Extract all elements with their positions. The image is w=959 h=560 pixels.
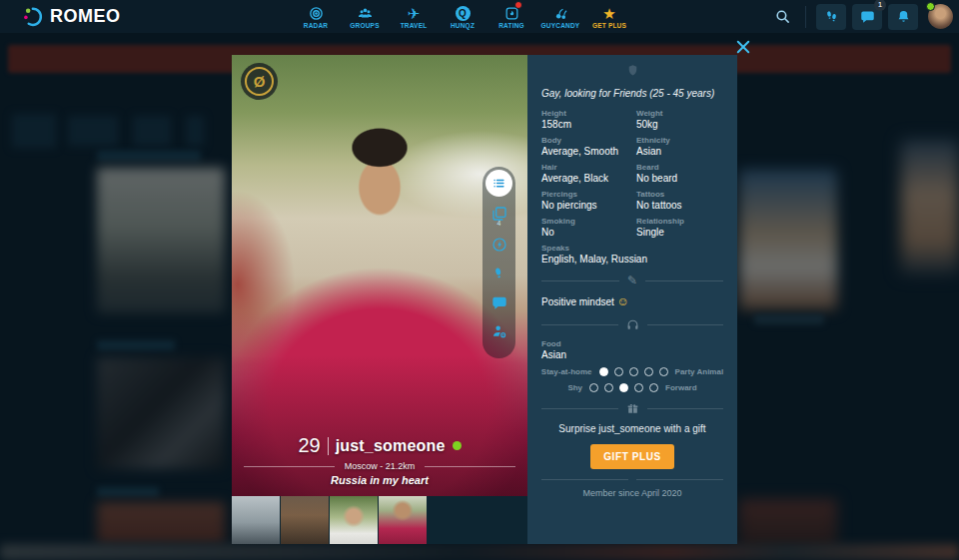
hidden-photo-badge: Ø bbox=[241, 63, 278, 100]
notifications-button[interactable] bbox=[888, 4, 918, 30]
chat-bubble-icon bbox=[491, 294, 507, 310]
chat-button[interactable] bbox=[489, 292, 509, 312]
brand-name: ROMEO bbox=[50, 6, 121, 27]
about-section-divider: ✎ bbox=[541, 275, 723, 286]
gift-prompt: Surprise just_someone with a gift bbox=[541, 423, 723, 434]
scale-dot[interactable] bbox=[649, 383, 658, 392]
footprints-button[interactable] bbox=[816, 4, 846, 30]
search-icon bbox=[774, 8, 791, 25]
attribute-piercings: Piercings No piercings bbox=[541, 190, 628, 211]
scale-dot[interactable] bbox=[644, 367, 653, 376]
close-icon bbox=[734, 38, 752, 56]
user-avatar[interactable] bbox=[928, 4, 953, 29]
scale-dot[interactable] bbox=[604, 383, 613, 392]
photo-thumbnail-1[interactable] bbox=[232, 496, 280, 544]
no-photo-icon: Ø bbox=[245, 67, 274, 96]
gift-icon bbox=[626, 402, 639, 415]
attribute-hair: Hair Average, Black bbox=[541, 163, 628, 184]
bell-icon bbox=[896, 9, 911, 24]
attribute-tattoos: Tattoos No tattoos bbox=[636, 190, 723, 211]
member-divider bbox=[541, 479, 723, 480]
scale-dots[interactable] bbox=[589, 383, 658, 392]
travel-plane-icon: ✈ bbox=[408, 4, 421, 21]
flash-icon bbox=[491, 237, 507, 253]
scale-dot[interactable] bbox=[589, 383, 598, 392]
messages-count-badge: 1 bbox=[874, 0, 886, 11]
guycandy-cherries-icon bbox=[553, 4, 568, 21]
member-since: Member since April 2020 bbox=[541, 488, 723, 498]
attribute-relationship: Relationship Single bbox=[636, 217, 723, 238]
groups-icon bbox=[358, 4, 373, 21]
footprint-button[interactable] bbox=[489, 264, 509, 283]
scale-stay-at-home: Stay-at-home Party Animal bbox=[541, 367, 723, 376]
app-window: ROMEO RADAR bbox=[0, 0, 959, 560]
nav-get-plus[interactable]: ★ GET PLUS bbox=[589, 4, 629, 29]
about-text: Positive mindset ☺ bbox=[541, 294, 723, 308]
divider bbox=[244, 466, 335, 467]
photo-thumbnail-2[interactable] bbox=[281, 496, 329, 544]
scale-dot[interactable] bbox=[599, 367, 608, 376]
details-tab-button[interactable] bbox=[485, 170, 512, 197]
lifestyle-section-divider bbox=[541, 318, 723, 331]
plus-star-icon: ★ bbox=[602, 4, 615, 21]
attribute-ethnicity: Ethnicity Asian bbox=[636, 136, 723, 157]
nav-travel[interactable]: ✈ TRAVEL bbox=[394, 4, 434, 29]
divider bbox=[425, 466, 515, 467]
scale-dot[interactable] bbox=[659, 367, 668, 376]
scale-dot[interactable] bbox=[619, 383, 628, 392]
top-navbar: ROMEO RADAR bbox=[0, 0, 959, 33]
footprints-icon bbox=[824, 9, 839, 24]
scale-dot[interactable] bbox=[614, 367, 623, 376]
attribute-speaks: Speaks English, Malay, Russian bbox=[541, 244, 723, 265]
shield-icon bbox=[541, 63, 723, 82]
close-modal-button[interactable] bbox=[730, 34, 756, 60]
profile-details-panel: Gay, looking for Friends (25 - 45 years)… bbox=[527, 55, 737, 544]
scale-shy-forward: Shy Forward bbox=[541, 383, 723, 392]
photo-thumbnail-4[interactable] bbox=[379, 496, 427, 544]
messages-button[interactable]: 1 bbox=[852, 4, 882, 30]
scale-dot[interactable] bbox=[634, 383, 643, 392]
search-button[interactable] bbox=[769, 4, 795, 30]
attribute-weight: Weight 50kg bbox=[636, 109, 723, 130]
scale-dot[interactable] bbox=[629, 367, 638, 376]
footprint-icon bbox=[491, 266, 507, 281]
profile-attributes-grid: Height 158cm Weight 50kg Body Average, S… bbox=[541, 109, 723, 238]
profile-photo[interactable]: Ø 4 bbox=[232, 55, 527, 496]
photo-count: 4 bbox=[497, 221, 501, 226]
profile-username: just_someone bbox=[336, 437, 446, 455]
hunqz-icon: Q bbox=[456, 4, 471, 21]
attribute-height: Height 158cm bbox=[541, 109, 628, 130]
attribute-body: Body Average, Smooth bbox=[541, 136, 628, 157]
scale-dots[interactable] bbox=[599, 367, 668, 376]
user-gear-icon bbox=[491, 323, 507, 339]
radar-icon bbox=[309, 4, 324, 21]
romeo-logo[interactable]: ROMEO bbox=[22, 5, 121, 29]
online-status-dot bbox=[453, 441, 462, 450]
photo-thumbnails bbox=[232, 496, 527, 544]
headphones-icon bbox=[626, 318, 639, 331]
nav-guycandy[interactable]: GUYCANDY bbox=[540, 4, 580, 29]
nav-radar[interactable]: RADAR bbox=[296, 4, 336, 29]
gift-plus-button[interactable]: GIFT PLUS bbox=[590, 444, 674, 469]
profile-headline: Gay, looking for Friends (25 - 45 years) bbox=[541, 88, 723, 99]
details-list-icon bbox=[491, 176, 506, 191]
attribute-food: Food Asian bbox=[541, 339, 723, 360]
chat-bubble-icon bbox=[860, 9, 875, 24]
navbar-right: 1 bbox=[769, 0, 959, 33]
romeo-logo-icon bbox=[22, 5, 46, 29]
divider bbox=[328, 437, 329, 455]
photos-tab-button[interactable]: 4 bbox=[489, 206, 509, 226]
user-settings-button[interactable] bbox=[489, 321, 509, 341]
attribute-smoking: Smoking No bbox=[541, 217, 628, 238]
nav-hunqz[interactable]: Q HUNQZ bbox=[443, 4, 482, 29]
pencil-icon: ✎ bbox=[627, 275, 637, 286]
quickshare-button[interactable] bbox=[489, 235, 509, 255]
profile-tagline: Russia in my heart bbox=[232, 474, 527, 486]
photo-thumbnail-3[interactable] bbox=[330, 496, 378, 544]
profile-age: 29 bbox=[298, 434, 320, 457]
nav-groups[interactable]: GROUPS bbox=[345, 4, 385, 29]
rating-flame-icon bbox=[504, 4, 519, 21]
nav-rating[interactable]: RATING bbox=[491, 4, 531, 29]
divider bbox=[805, 6, 806, 28]
attribute-beard: Beard No beard bbox=[636, 163, 723, 184]
